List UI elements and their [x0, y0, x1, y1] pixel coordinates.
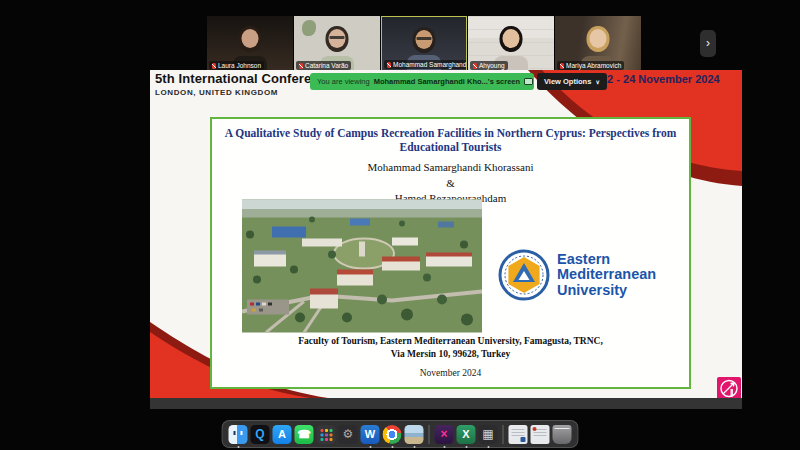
- participant-nametag: Catarina Varão: [296, 61, 351, 70]
- emu-seal-icon: [498, 249, 550, 301]
- conference-dates: 22 - 24 November 2024: [601, 73, 736, 85]
- participant-name: Mohammad Samarghandi Khora...: [393, 60, 467, 69]
- dock-minimized-window-2[interactable]: [531, 425, 550, 444]
- mic-muted-icon: [212, 63, 216, 69]
- dock-excel-icon[interactable]: X: [457, 425, 476, 444]
- participant-nametag: Ahyoung: [470, 61, 508, 70]
- dock-finder-icon[interactable]: [229, 425, 248, 444]
- meeting-window: Laura Johnson Catarina Varão Mohammad Sa…: [0, 0, 800, 450]
- university-logo: Eastern Mediterranean University: [498, 249, 656, 301]
- dock-whatsapp-icon[interactable]: ☎: [295, 425, 314, 444]
- dock-divider: [429, 425, 430, 444]
- participant-tile-mohammad-samarghandi[interactable]: Mohammad Samarghandi Khora...: [381, 16, 467, 72]
- dock-divider: [503, 425, 504, 444]
- shared-window-edge: [150, 398, 742, 409]
- participant-tile-mariya-abramovich[interactable]: Mariya Abramovich: [555, 16, 641, 72]
- participant-name: Ahyoung: [479, 61, 505, 70]
- slide-date: November 2024: [212, 368, 689, 378]
- participant-name: Laura Johnson: [218, 61, 261, 70]
- participant-tile-laura-johnson[interactable]: Laura Johnson: [207, 16, 293, 72]
- dock-media-app-icon[interactable]: ×: [435, 425, 454, 444]
- shared-screen-icon: [524, 78, 533, 85]
- participant-nametag: Mohammad Samarghandi Khora...: [384, 60, 467, 69]
- mic-muted-icon: [299, 63, 303, 69]
- dock-launchpad-icon[interactable]: [317, 425, 336, 444]
- dock-word-icon[interactable]: W: [361, 425, 380, 444]
- mic-muted-icon: [473, 63, 477, 69]
- participant-tile-catarina-varao[interactable]: Catarina Varão: [294, 16, 380, 72]
- view-options-button[interactable]: View Options ∨: [537, 73, 607, 90]
- slide-affiliation: Faculty of Tourism, Eastern Mediterranea…: [212, 335, 689, 362]
- dock-minimized-window-1[interactable]: [509, 425, 528, 444]
- participant-tile-ahyoung[interactable]: Ahyoung: [468, 16, 554, 72]
- mic-muted-icon: [387, 62, 391, 68]
- participant-nametag: Mariya Abramovich: [557, 61, 624, 70]
- chevron-down-icon: ∨: [595, 78, 599, 85]
- presentation-slide: A Qualitative Study of Campus Recreation…: [210, 117, 691, 389]
- shared-screen: 5th International Conference o LONDON, U…: [150, 70, 742, 398]
- participant-filmstrip: Laura Johnson Catarina Varão Mohammad Sa…: [0, 0, 800, 74]
- banner-subject: Mohammad Samarghandi Kho...'s screen: [374, 77, 520, 86]
- dock-calculator-icon[interactable]: ▦: [479, 425, 498, 444]
- dock-trash-icon[interactable]: [553, 425, 572, 444]
- conference-logo-icon: [717, 377, 741, 398]
- dock-photos-icon[interactable]: [405, 425, 424, 444]
- glasses: [417, 37, 432, 40]
- banner-prefix: You are viewing: [317, 77, 370, 86]
- participant-name: Catarina Varão: [305, 61, 348, 70]
- author-1: Mohammad Samarghandi Khorassani: [212, 160, 689, 176]
- chevron-right-icon: ›: [706, 36, 710, 50]
- screen-share-banner: You are viewing Mohammad Samarghandi Kho…: [310, 73, 534, 90]
- author-separator: &: [212, 176, 689, 192]
- university-name: Eastern Mediterranean University: [557, 252, 656, 299]
- dock-app-store-icon[interactable]: A: [273, 425, 292, 444]
- dock-quicktime-icon[interactable]: Q: [251, 425, 270, 444]
- dock-system-settings-icon[interactable]: ⚙: [339, 425, 358, 444]
- participant-name: Mariya Abramovich: [566, 61, 621, 70]
- dock-chrome-icon[interactable]: [383, 425, 402, 444]
- participant-nametag: Laura Johnson: [209, 61, 264, 70]
- next-participants-button[interactable]: ›: [700, 30, 716, 57]
- slide-title: A Qualitative Study of Campus Recreation…: [224, 126, 677, 155]
- dock: Q A ☎ ⚙ W × X ▦: [222, 420, 579, 448]
- glasses: [330, 36, 345, 39]
- campus-aerial-photo: [242, 199, 482, 333]
- mic-muted-icon: [560, 63, 564, 69]
